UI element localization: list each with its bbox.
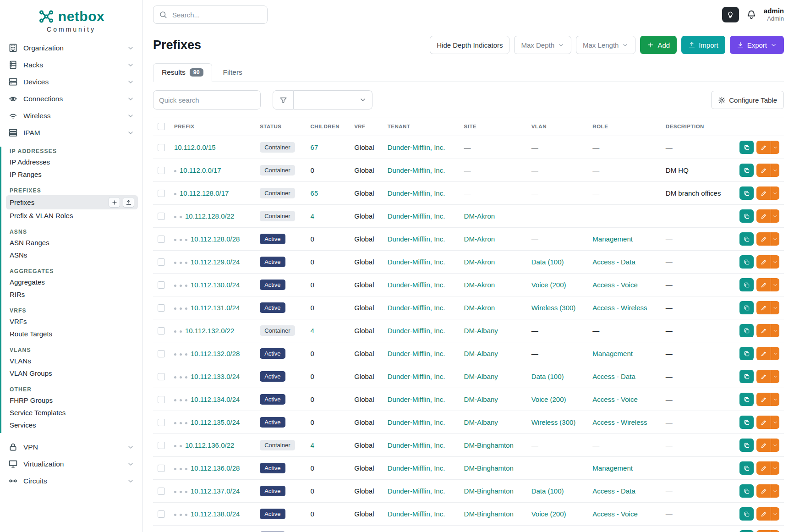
site-link[interactable]: DM-Akron — [464, 212, 495, 220]
edit-button[interactable] — [756, 141, 771, 154]
prefix-link[interactable]: 10.112.129.0/24 — [191, 258, 240, 266]
edit-dropdown-button[interactable] — [771, 484, 779, 498]
sidebar-item-wireless[interactable]: Wireless — [0, 107, 142, 124]
role-link[interactable]: Access - Data — [592, 258, 635, 266]
sidebar-item-services[interactable]: Services — [1, 419, 142, 431]
vlan-link[interactable]: Wireless (300) — [531, 418, 576, 426]
edit-button[interactable] — [756, 530, 771, 532]
sidebar-item-vlans[interactable]: VLANs — [1, 355, 142, 367]
role-link[interactable]: Access - Voice — [592, 510, 637, 518]
prefix-link[interactable]: 10.112.128.0/22 — [185, 212, 234, 220]
edit-dropdown-button[interactable] — [771, 370, 779, 383]
import-button[interactable]: Import — [681, 36, 725, 54]
max-length-dropdown[interactable]: Max Length — [576, 36, 635, 54]
column-header-vrf[interactable]: VRF — [350, 117, 383, 136]
prefix-link[interactable]: 10.112.136.0/28 — [191, 464, 240, 472]
site-link[interactable]: DM-Akron — [464, 235, 495, 243]
brand[interactable]: netbox Community — [0, 0, 142, 35]
row-checkbox[interactable] — [158, 213, 165, 220]
prefix-link[interactable]: 10.112.136.0/22 — [185, 441, 234, 449]
tenant-link[interactable]: Dunder-Mifflin, Inc. — [388, 418, 445, 426]
edit-dropdown-button[interactable] — [771, 324, 779, 337]
copy-button[interactable] — [739, 141, 754, 154]
edit-dropdown-button[interactable] — [771, 255, 779, 269]
import-prefixes-button[interactable] — [123, 197, 134, 208]
sidebar-item-rirs[interactable]: RIRs — [1, 288, 142, 301]
column-header-tenant[interactable]: TENANT — [383, 117, 460, 136]
edit-button[interactable] — [756, 484, 771, 498]
prefix-link[interactable]: 10.112.132.0/28 — [191, 350, 240, 357]
add-prefix-button[interactable] — [109, 197, 120, 208]
edit-dropdown-button[interactable] — [771, 232, 779, 246]
edit-button[interactable] — [756, 255, 771, 269]
tenant-link[interactable]: Dunder-Mifflin, Inc. — [388, 304, 445, 312]
sidebar-item-devices[interactable]: Devices — [0, 73, 142, 90]
sidebar-item-organization[interactable]: Organization — [0, 39, 142, 56]
copy-button[interactable] — [739, 186, 754, 200]
row-checkbox[interactable] — [158, 167, 165, 174]
copy-button[interactable] — [739, 255, 754, 269]
prefix-link[interactable]: 10.112.128.0/28 — [191, 235, 240, 243]
children-count[interactable]: 65 — [311, 189, 318, 197]
row-checkbox[interactable] — [158, 373, 165, 380]
copy-button[interactable] — [739, 484, 754, 498]
edit-dropdown-button[interactable] — [771, 393, 779, 406]
tenant-link[interactable]: Dunder-Mifflin, Inc. — [388, 258, 445, 266]
prefix-link[interactable]: 10.112.128.0/17 — [180, 189, 229, 197]
copy-button[interactable] — [739, 507, 754, 521]
prefix-link[interactable]: 10.112.133.0/24 — [191, 373, 240, 380]
edit-button[interactable] — [756, 507, 771, 521]
site-link[interactable]: DM-Akron — [464, 281, 495, 289]
vlan-link[interactable]: Data (100) — [531, 258, 564, 266]
prefix-link[interactable]: 10.112.132.0/22 — [185, 327, 234, 335]
edit-button[interactable] — [756, 301, 771, 314]
row-checkbox[interactable] — [158, 465, 165, 472]
vlan-link[interactable]: Voice (200) — [531, 510, 566, 518]
site-link[interactable]: DM-Binghamton — [464, 510, 514, 518]
tenant-link[interactable]: Dunder-Mifflin, Inc. — [388, 441, 445, 449]
edit-button[interactable] — [756, 347, 771, 360]
prefix-link[interactable]: 10.112.130.0/24 — [191, 281, 240, 289]
row-checkbox[interactable] — [158, 236, 165, 243]
tenant-link[interactable]: Dunder-Mifflin, Inc. — [388, 235, 445, 243]
hide-depth-indicators-button[interactable]: Hide Depth Indicators — [430, 36, 509, 54]
row-checkbox[interactable] — [158, 327, 165, 335]
sidebar-item-vpn[interactable]: VPN — [0, 439, 142, 455]
column-header-role[interactable]: ROLE — [588, 117, 661, 136]
copy-button[interactable] — [739, 324, 754, 337]
search-input[interactable] — [171, 11, 264, 19]
quick-search-input[interactable] — [153, 90, 261, 110]
tenant-link[interactable]: Dunder-Mifflin, Inc. — [388, 189, 445, 197]
column-header-site[interactable]: SITE — [460, 117, 527, 136]
column-header-prefix[interactable]: PREFIX — [170, 117, 255, 136]
sidebar-item-service-templates[interactable]: Service Templates — [1, 406, 142, 419]
sidebar-item-circuits[interactable]: Circuits — [0, 472, 142, 489]
vlan-link[interactable]: Wireless (300) — [531, 304, 576, 312]
copy-button[interactable] — [739, 530, 754, 532]
sidebar-item-prefix-vlan-roles[interactable]: Prefix & VLAN Roles — [1, 209, 142, 222]
tenant-link[interactable]: Dunder-Mifflin, Inc. — [388, 373, 445, 380]
copy-button[interactable] — [739, 393, 754, 406]
tenant-link[interactable]: Dunder-Mifflin, Inc. — [388, 510, 445, 518]
row-checkbox[interactable] — [158, 190, 165, 197]
edit-button[interactable] — [756, 324, 771, 337]
edit-dropdown-button[interactable] — [771, 209, 779, 223]
sidebar-item-aggregates[interactable]: Aggregates — [1, 276, 142, 288]
site-link[interactable]: DM-Binghamton — [464, 441, 514, 449]
row-checkbox[interactable] — [158, 396, 165, 403]
prefix-link[interactable]: 10.112.135.0/24 — [191, 418, 240, 426]
add-button[interactable]: Add — [640, 36, 677, 54]
site-link[interactable]: DM-Binghamton — [464, 487, 514, 495]
export-button[interactable]: Export — [730, 36, 784, 54]
row-checkbox[interactable] — [158, 419, 165, 426]
column-header-children[interactable]: CHILDREN — [306, 117, 350, 136]
prefix-link[interactable]: 10.112.0.0/15 — [174, 143, 216, 151]
role-link[interactable]: Management — [592, 235, 633, 243]
column-header-vlan[interactable]: VLAN — [527, 117, 588, 136]
copy-button[interactable] — [739, 370, 754, 383]
tenant-link[interactable]: Dunder-Mifflin, Inc. — [388, 281, 445, 289]
site-link[interactable]: DM-Albany — [464, 418, 498, 426]
sidebar-item-asns[interactable]: ASNs — [1, 249, 142, 261]
row-checkbox[interactable] — [158, 258, 165, 266]
vlan-link[interactable]: Voice (200) — [531, 281, 566, 289]
